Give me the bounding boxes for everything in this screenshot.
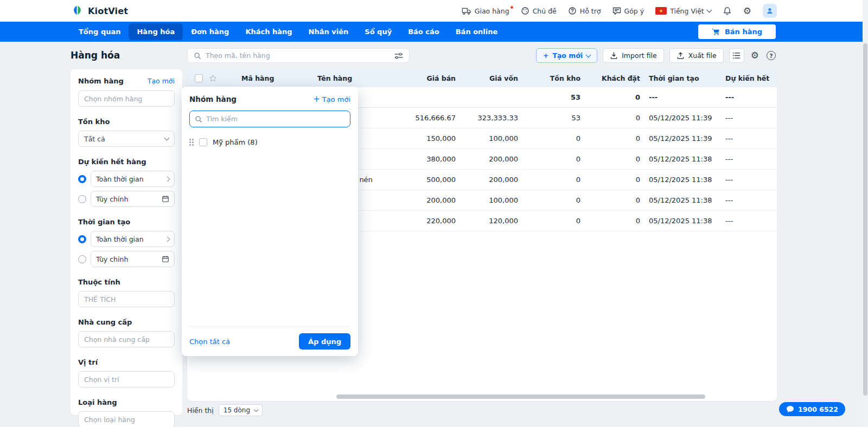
- col-header-stock[interactable]: Tồn kho: [518, 74, 580, 82]
- location-filter-label: Vị trí: [78, 358, 175, 366]
- stock-cell: 53: [518, 114, 580, 122]
- list-columns-icon: [732, 52, 741, 59]
- page-size-select[interactable]: 15 dòng: [219, 404, 263, 416]
- feedback-label: Góp ý: [624, 7, 644, 15]
- created-custom-box[interactable]: Tùy chỉnh: [91, 251, 175, 267]
- gear-icon[interactable]: ⚙: [743, 7, 751, 16]
- stock-cell: 0: [518, 155, 580, 163]
- settings-button[interactable]: ⚙: [750, 48, 760, 63]
- group-filter-input[interactable]: [78, 90, 175, 107]
- col-header-forecast[interactable]: Dự kiến hết hàng: [717, 74, 769, 82]
- cost-cell: 200,000: [456, 176, 518, 184]
- radio-unselected-icon[interactable]: [78, 195, 86, 203]
- created-custom-option[interactable]: Tùy chỉnh: [78, 251, 175, 267]
- price-cell: 500,000: [388, 176, 456, 184]
- created-alltime-box[interactable]: Toàn thời gian: [91, 231, 175, 247]
- theme-menu[interactable]: Chủ đề: [521, 7, 557, 15]
- notification-dot: [510, 6, 513, 9]
- select-all-checkbox[interactable]: [195, 74, 203, 82]
- avatar[interactable]: [763, 4, 777, 18]
- gear-icon: ⚙: [751, 51, 759, 60]
- filter-sliders-icon[interactable]: [394, 52, 403, 60]
- nav-tab-nhan-vien[interactable]: Nhân viên: [301, 23, 357, 40]
- group-item-checkbox[interactable]: [199, 138, 207, 146]
- chevron-down-icon: [164, 135, 170, 141]
- delivery-menu[interactable]: Giao hàng: [462, 7, 509, 15]
- language-menu[interactable]: ★ Tiếng Việt: [655, 7, 711, 15]
- col-header-name[interactable]: Tên hàng: [301, 74, 388, 82]
- nav-tab-don-hang[interactable]: Đơn hàng: [183, 23, 237, 40]
- ordered-cell: 0: [580, 155, 640, 163]
- forecast-alltime-box[interactable]: Toàn thời gian: [91, 171, 175, 187]
- nav-tab-tong-quan[interactable]: Tổng quan: [71, 23, 129, 40]
- support-label: Hỗ trợ: [580, 7, 601, 15]
- nav-tab-bao-cao[interactable]: Báo cáo: [400, 23, 448, 40]
- theme-icon: [521, 7, 529, 15]
- feedback-menu[interactable]: Góp ý: [612, 7, 644, 15]
- created-cell: ---: [640, 93, 717, 101]
- stock-cell: 0: [518, 196, 580, 204]
- popup-search[interactable]: [189, 111, 350, 127]
- location-filter-input[interactable]: [78, 371, 175, 387]
- drag-handle-icon[interactable]: [189, 139, 194, 146]
- bell-icon[interactable]: [723, 7, 732, 16]
- search-input[interactable]: [206, 51, 390, 60]
- delivery-label: Giao hàng: [475, 7, 509, 15]
- nav-tab-so-quy[interactable]: Sổ quỹ: [356, 23, 400, 40]
- display-options-button[interactable]: [729, 48, 744, 63]
- delivery-icon: [462, 7, 471, 15]
- attribute-filter-input[interactable]: [78, 291, 175, 307]
- nav-tab-khach-hang[interactable]: Khách hàng: [237, 23, 300, 40]
- star-header-icon[interactable]: [209, 74, 225, 82]
- horizontal-scrollbar[interactable]: [336, 394, 705, 399]
- search-icon: [195, 115, 202, 123]
- col-header-ordered[interactable]: Khách đặt: [580, 74, 640, 82]
- support-menu[interactable]: Hỗ trợ: [568, 7, 601, 15]
- create-new-label: Tạo mới: [552, 51, 583, 60]
- kiotviet-logo[interactable]: KiotViet: [71, 4, 128, 18]
- vietnam-flag-icon: ★: [655, 7, 667, 15]
- type-filter-input[interactable]: [78, 411, 175, 427]
- create-new-button[interactable]: + Tạo mới: [536, 48, 597, 63]
- nav-tab-hang-hoa[interactable]: Hàng hóa: [129, 23, 183, 40]
- group-create-link[interactable]: Tạo mới: [148, 77, 175, 85]
- forecast-custom-option[interactable]: Tùy chỉnh: [78, 191, 175, 207]
- sell-button[interactable]: Bán hàng: [698, 24, 776, 39]
- main-nav: Tổng quan Hàng hóa Đơn hàng Khách hàng N…: [0, 22, 868, 42]
- chevron-down-icon: [254, 407, 258, 411]
- import-file-button[interactable]: Import file: [603, 48, 664, 63]
- plus-icon: +: [543, 51, 548, 60]
- forecast-alltime-option[interactable]: Toàn thời gian: [78, 171, 175, 187]
- col-header-price[interactable]: Giá bán: [388, 74, 456, 82]
- forecast-cell: ---: [717, 114, 769, 122]
- chevron-right-icon: [165, 236, 170, 242]
- col-header-created[interactable]: Thời gian tạo: [640, 74, 717, 82]
- col-header-cost[interactable]: Giá vốn: [456, 74, 518, 82]
- radio-selected-icon[interactable]: [78, 175, 86, 183]
- radio-selected-icon[interactable]: [78, 235, 86, 243]
- radio-unselected-icon[interactable]: [78, 255, 86, 263]
- popup-search-input[interactable]: [206, 115, 345, 123]
- select-all-link[interactable]: Chọn tất cả: [189, 338, 230, 346]
- product-search[interactable]: [187, 48, 410, 63]
- stock-filter-select[interactable]: Tất cả: [78, 131, 175, 147]
- group-item[interactable]: Mỹ phẩm (8): [189, 135, 350, 149]
- stock-cell: 53: [518, 93, 580, 101]
- nav-tab-ban-online[interactable]: Bán online: [448, 23, 506, 40]
- apply-button[interactable]: Áp dụng: [299, 333, 350, 350]
- help-button[interactable]: ?: [765, 48, 777, 63]
- ordered-cell: 0: [580, 176, 640, 184]
- vertical-scrollbar[interactable]: [863, 0, 868, 427]
- popup-create-link[interactable]: + Tạo mới: [313, 95, 350, 103]
- hotline-button[interactable]: 1900 6522: [779, 402, 845, 416]
- supplier-filter-input[interactable]: [78, 331, 175, 347]
- created-alltime-option[interactable]: Toàn thời gian: [78, 231, 175, 247]
- scrollbar-thumb[interactable]: [863, 43, 867, 396]
- forecast-custom-box[interactable]: Tùy chỉnh: [91, 191, 175, 207]
- page-size-value: 15 dòng: [224, 406, 250, 414]
- export-file-button[interactable]: Xuất file: [669, 48, 724, 63]
- col-header-code[interactable]: Mã hàng: [225, 74, 301, 82]
- export-icon: [676, 51, 685, 60]
- stock-cell: 0: [518, 176, 580, 184]
- price-cell: 380,000: [388, 155, 456, 163]
